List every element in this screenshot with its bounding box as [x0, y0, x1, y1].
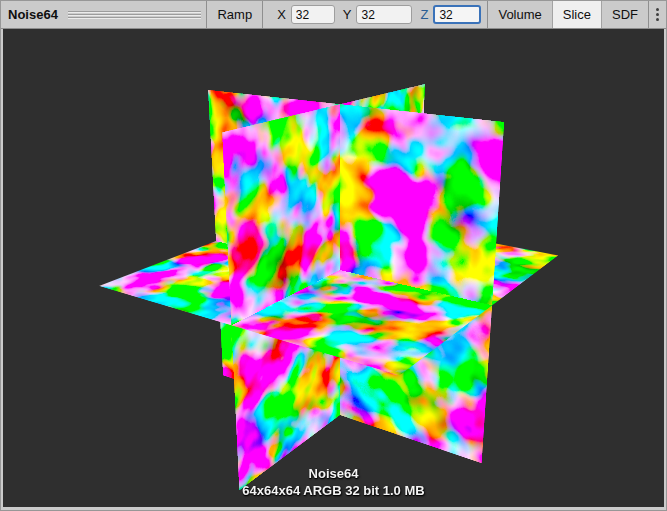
kebab-menu-icon[interactable]: [649, 1, 666, 28]
texture-preview-canvas[interactable]: Noise64 64x64x64 ARGB 32 bit 1.0 MB: [3, 29, 664, 507]
preview-title: Noise64: [1, 1, 66, 28]
x-axis-label[interactable]: X: [277, 7, 286, 22]
sdf-mode-button[interactable]: SDF: [602, 1, 648, 28]
volume-mode-button[interactable]: Volume: [488, 1, 551, 28]
z-slice-input[interactable]: [433, 5, 481, 24]
y-slice-input[interactable]: [356, 5, 412, 24]
slice-mode-button[interactable]: Slice: [552, 1, 602, 28]
z-axis-label[interactable]: Z: [420, 7, 428, 22]
y-axis-label[interactable]: Y: [343, 7, 352, 22]
ramp-button[interactable]: Ramp: [207, 1, 262, 28]
slice-3d-scene: [3, 29, 664, 507]
preview-toolbar: Noise64 Ramp X Y Z Volume Slice SDF: [1, 1, 666, 29]
slice-coordinate-fields: X Y Z: [263, 1, 487, 28]
x-slice-input[interactable]: [291, 5, 335, 24]
texture-preview-window: Noise64 Ramp X Y Z Volume Slice SDF: [0, 0, 667, 511]
drag-handle-icon[interactable]: [68, 11, 202, 19]
